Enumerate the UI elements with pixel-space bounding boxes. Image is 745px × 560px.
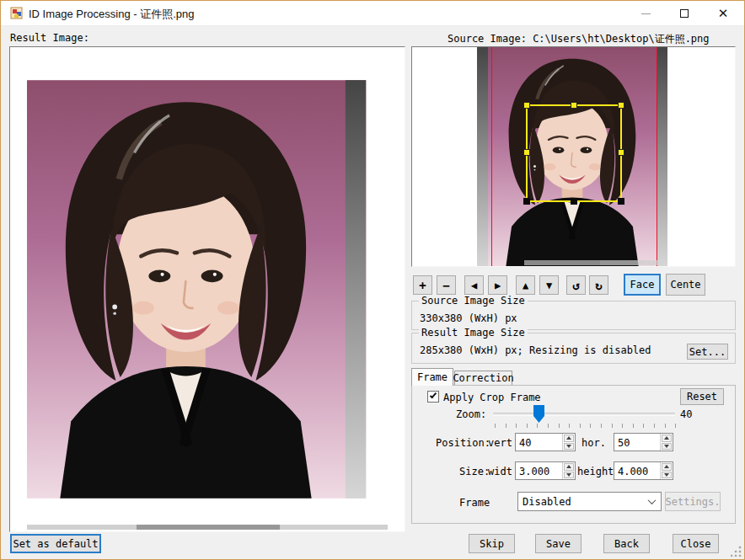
title-bar[interactable]: ID Image Processing - 证件照.png ✕: [1, 1, 744, 26]
close-button[interactable]: ✕: [704, 1, 742, 26]
rotate-cw-icon: ↻: [595, 280, 602, 291]
source-size-title: Source Image Size: [419, 295, 528, 307]
save-button[interactable]: Save: [535, 534, 582, 553]
resize-grip-icon[interactable]: [731, 546, 742, 557]
chevron-down-icon: [642, 499, 661, 504]
spin-down-icon[interactable]: [564, 472, 574, 479]
height-input[interactable]: [614, 462, 660, 479]
spin-down-icon[interactable]: [662, 443, 672, 451]
result-image-label: Result Image:: [10, 32, 89, 44]
arrow-up-icon: ▲: [523, 280, 528, 291]
width-spin-buttons: [562, 462, 575, 479]
position-label: Position:: [436, 437, 490, 449]
tab-frame[interactable]: Frame: [411, 368, 453, 386]
hor-stepper: [614, 433, 673, 451]
vert-input[interactable]: [516, 434, 562, 451]
zoom-label: Zoom:: [456, 408, 486, 420]
tab-correction[interactable]: Correction: [454, 371, 512, 386]
frame-dropdown[interactable]: Disabled: [517, 492, 662, 511]
minimize-icon: [641, 13, 651, 14]
width-label: widt: [488, 466, 512, 477]
result-image: [27, 47, 388, 531]
scrollbar-thumb[interactable]: [524, 260, 600, 265]
zoom-value: 40: [680, 408, 692, 420]
move-right-button[interactable]: ▶: [488, 275, 507, 295]
apply-crop-label: Apply Crop Frame: [443, 392, 541, 403]
spin-up-icon[interactable]: [662, 435, 672, 442]
window-title: ID Image Processing - 证件照.png: [29, 7, 195, 22]
scrollbar-thumb[interactable]: [137, 525, 280, 530]
skip-button[interactable]: Skip: [469, 534, 515, 553]
result-image-panel: [9, 46, 405, 532]
minus-icon: −: [442, 280, 449, 291]
result-size-value: 285x380 (WxH) px; Resizing is disabled: [420, 344, 651, 356]
zoom-in-button[interactable]: +: [413, 275, 432, 295]
check-icon: [430, 392, 437, 399]
source-hscrollbar[interactable]: [524, 260, 657, 265]
spin-down-icon[interactable]: [564, 443, 574, 451]
result-size-title: Result Image Size: [419, 327, 528, 339]
move-left-button[interactable]: ◀: [464, 275, 484, 295]
rotate-ccw-icon: ↺: [572, 280, 579, 291]
spin-up-icon[interactable]: [662, 463, 672, 471]
center-button[interactable]: Cente: [666, 274, 705, 296]
crop-guide-left: [491, 47, 492, 266]
crop-handle[interactable]: [618, 102, 624, 109]
move-up-button[interactable]: ▲: [516, 275, 535, 295]
width-stepper: [515, 461, 576, 480]
vert-spin-buttons: [562, 434, 575, 451]
rotate-cw-button[interactable]: ↻: [589, 275, 608, 295]
height-spin-buttons: [660, 462, 673, 479]
arrow-left-icon: ◀: [471, 280, 477, 291]
vert-stepper: [515, 433, 576, 451]
app-window: ID Image Processing - 证件照.png ✕ Result I…: [0, 0, 745, 560]
back-button[interactable]: Back: [603, 534, 650, 553]
minimize-button[interactable]: [626, 1, 665, 26]
reset-button[interactable]: Reset: [680, 388, 724, 405]
maximize-icon: [680, 9, 689, 18]
result-hscrollbar[interactable]: [27, 525, 388, 530]
frame-settings-button[interactable]: Settings.: [665, 492, 721, 511]
hor-input[interactable]: [614, 434, 660, 451]
close-dialog-button[interactable]: Close: [673, 534, 719, 553]
hor-label: hor.: [582, 437, 606, 449]
crop-handle[interactable]: [523, 102, 530, 109]
set-size-button[interactable]: Set...: [687, 344, 728, 360]
maximize-button[interactable]: [665, 1, 704, 26]
arrow-down-icon: ▼: [546, 280, 552, 291]
zoom-out-button[interactable]: −: [437, 275, 456, 295]
result-size-group: Result Image Size 285x380 (WxH) px; Resi…: [411, 333, 736, 364]
crop-handle[interactable]: [571, 102, 577, 109]
width-input[interactable]: [516, 462, 562, 479]
zoom-slider-track[interactable]: [493, 413, 675, 416]
hor-spin-buttons: [660, 434, 673, 451]
height-stepper: [614, 461, 673, 480]
source-size-group: Source Image Size 330x380 (WxH) px: [411, 301, 736, 330]
vert-label: vert: [488, 437, 512, 449]
crop-handle[interactable]: [618, 149, 624, 156]
crop-handle[interactable]: [523, 198, 530, 205]
zoom-slider-ticks: [495, 424, 676, 428]
close-icon: ✕: [718, 8, 729, 20]
arrow-right-icon: ▶: [495, 280, 501, 291]
move-down-button[interactable]: ▼: [539, 275, 559, 295]
frame-label: Frame: [459, 497, 490, 509]
app-icon: [10, 7, 24, 20]
face-button[interactable]: Face: [624, 274, 661, 296]
crop-handle[interactable]: [571, 198, 577, 205]
spin-up-icon[interactable]: [564, 463, 574, 471]
crop-handle[interactable]: [523, 149, 530, 156]
set-as-default-button[interactable]: Set as default: [10, 534, 101, 553]
spin-down-icon[interactable]: [662, 472, 672, 479]
crop-guide-right: [657, 47, 657, 266]
face-crop-frame[interactable]: [526, 104, 622, 202]
apply-crop-checkbox[interactable]: [427, 391, 439, 403]
spin-up-icon[interactable]: [564, 435, 574, 442]
rotate-ccw-button[interactable]: ↺: [566, 275, 586, 295]
height-label: height: [577, 466, 614, 477]
source-image-panel: [411, 46, 736, 267]
crop-handle[interactable]: [618, 198, 624, 205]
frame-dropdown-value: Disabled: [518, 496, 642, 508]
plus-icon: +: [419, 280, 426, 291]
source-size-value: 330x380 (WxH) px: [420, 312, 517, 324]
